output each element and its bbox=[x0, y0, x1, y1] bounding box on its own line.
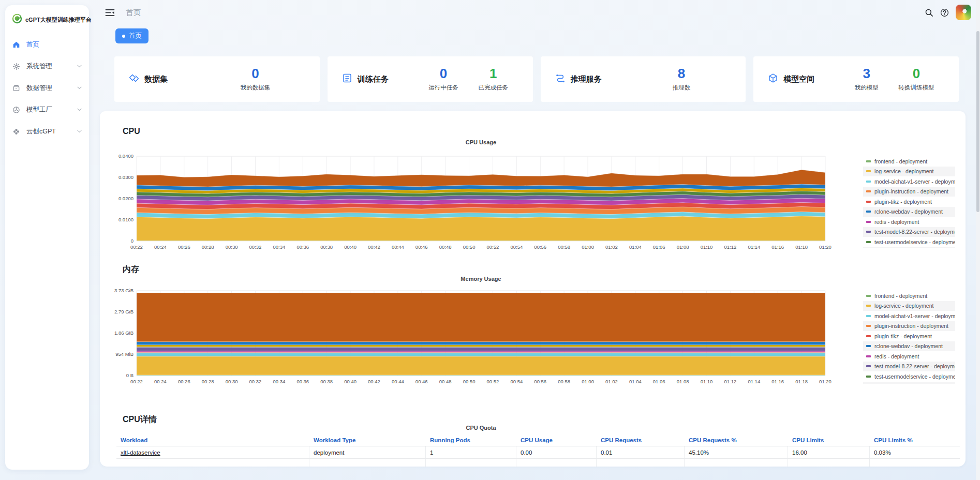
sidebar-item-4[interactable]: 云创cGPT bbox=[5, 121, 89, 142]
search-icon[interactable] bbox=[925, 8, 933, 17]
cpu-chart-legend: frontend - deploymentlog-service - deplo… bbox=[863, 156, 955, 248]
svg-text:00:46: 00:46 bbox=[415, 379, 428, 384]
legend-marker bbox=[866, 201, 871, 203]
stat-caption: 我的数据集 bbox=[241, 84, 271, 92]
stat-head: 模型空间 bbox=[768, 73, 844, 85]
legend-marker bbox=[866, 241, 871, 243]
stat-card-2[interactable]: 推理服务8推理数 bbox=[541, 56, 746, 102]
svg-text:00:58: 00:58 bbox=[558, 244, 570, 250]
memory-usage-chart[interactable]: 00:2200:2400:2600:2800:3000:3200:3400:36… bbox=[113, 288, 832, 389]
legend-marker bbox=[866, 170, 871, 172]
svg-text:01:16: 01:16 bbox=[771, 244, 784, 250]
svg-text:01:02: 01:02 bbox=[605, 379, 618, 384]
page-scrollbar-thumb[interactable] bbox=[976, 31, 979, 212]
svg-text:00:48: 00:48 bbox=[439, 244, 452, 250]
legend-item[interactable]: test-usermodelservice - deployment bbox=[863, 371, 955, 382]
column-header[interactable]: Workload bbox=[116, 434, 309, 446]
column-header[interactable]: Workload Type bbox=[309, 434, 426, 446]
legend-item[interactable]: plugin-instruction - deployment bbox=[863, 321, 955, 332]
sidebar-item-3[interactable]: 模型工厂 bbox=[5, 99, 89, 120]
svg-text:01:04: 01:04 bbox=[629, 244, 642, 250]
page-tab-home[interactable]: 首页 bbox=[115, 28, 149, 43]
stat-label: 训练任务 bbox=[358, 74, 389, 84]
stat-card-1[interactable]: 训练任务0运行中任务1已完成任务 bbox=[328, 56, 533, 102]
svg-text:00:42: 00:42 bbox=[368, 244, 380, 250]
user-avatar[interactable] bbox=[956, 5, 971, 20]
stat-metric: 0运行中任务 bbox=[428, 67, 458, 92]
svg-text:01:14: 01:14 bbox=[748, 379, 760, 384]
svg-text:3.73 GiB: 3.73 GiB bbox=[114, 288, 133, 293]
legend-item[interactable]: plugin-tikz - deployment bbox=[863, 331, 955, 341]
legend-item[interactable]: test-model-8.22-server - deployment bbox=[863, 227, 955, 237]
svg-text:00:22: 00:22 bbox=[130, 379, 143, 384]
help-icon[interactable] bbox=[940, 8, 949, 17]
svg-text:01:10: 01:10 bbox=[701, 244, 713, 250]
legend-marker bbox=[866, 335, 871, 337]
sidebar-item-1[interactable]: 系统管理 bbox=[5, 56, 89, 77]
column-header[interactable]: CPU Requests % bbox=[685, 434, 788, 446]
legend-item[interactable]: redis - deployment bbox=[863, 217, 955, 227]
sidebar-collapse-button[interactable] bbox=[105, 7, 115, 18]
table-row-partial bbox=[116, 459, 960, 467]
legend-label: test-model-8.22-server - deployment bbox=[874, 229, 955, 235]
legend-marker bbox=[866, 305, 871, 307]
legend-item[interactable]: test08-server - deployment bbox=[863, 382, 955, 384]
stat-caption: 推理数 bbox=[673, 84, 691, 92]
legend-item[interactable]: model-aichat-v1-server - deployment bbox=[863, 176, 955, 187]
cube-icon bbox=[12, 106, 20, 114]
stat-caption: 已完成任务 bbox=[479, 84, 509, 92]
legend-item[interactable]: log-service - deployment bbox=[863, 167, 955, 177]
chevron-down-icon bbox=[77, 130, 82, 133]
sidebar-item-0[interactable]: 首页 bbox=[5, 34, 89, 55]
legend-item[interactable]: model-aichat-v1-server - deployment bbox=[863, 311, 955, 321]
legend-item[interactable]: test08-server - deployment bbox=[863, 247, 955, 249]
svg-text:00:34: 00:34 bbox=[273, 244, 285, 250]
table-cell: 45.10% bbox=[685, 446, 788, 458]
legend-item[interactable]: rclone-webdav - deployment bbox=[863, 207, 955, 217]
column-header[interactable]: CPU Limits bbox=[788, 434, 870, 446]
column-header[interactable]: Running Pods bbox=[426, 434, 516, 446]
inference-icon bbox=[555, 73, 566, 85]
legend-item[interactable]: redis - deployment bbox=[863, 351, 955, 362]
legend-item[interactable]: rclone-webdav - deployment bbox=[863, 341, 955, 352]
svg-text:00:24: 00:24 bbox=[154, 379, 167, 384]
column-header[interactable]: CPU Requests bbox=[597, 434, 685, 446]
svg-text:00:44: 00:44 bbox=[392, 244, 404, 250]
legend-item[interactable]: plugin-tikz - deployment bbox=[863, 197, 955, 207]
legend-marker bbox=[866, 345, 871, 347]
legend-item[interactable]: frontend - deployment bbox=[863, 156, 955, 167]
legend-label: redis - deployment bbox=[874, 219, 919, 225]
legend-item[interactable]: log-service - deployment bbox=[863, 301, 955, 311]
breadcrumb[interactable]: 首页 bbox=[126, 8, 141, 18]
app-logo-icon bbox=[12, 13, 22, 26]
column-header[interactable]: CPU Usage bbox=[516, 434, 597, 446]
legend-label: test08-server - deployment bbox=[874, 383, 939, 384]
svg-text:00:32: 00:32 bbox=[249, 244, 262, 250]
dataset-icon bbox=[129, 73, 139, 85]
legend-marker bbox=[866, 355, 871, 357]
svg-text:01:06: 01:06 bbox=[653, 379, 665, 384]
table-cell bbox=[597, 459, 685, 467]
legend-marker bbox=[866, 315, 871, 317]
cpu-usage-chart[interactable]: 00:2200:2400:2600:2800:3000:3200:3400:36… bbox=[113, 154, 832, 255]
column-header[interactable]: CPU Limits % bbox=[870, 434, 960, 446]
stat-caption: 转换训练模型 bbox=[899, 84, 934, 92]
legend-marker bbox=[866, 231, 871, 233]
stat-metric: 0我的数据集 bbox=[241, 67, 271, 92]
svg-text:00:28: 00:28 bbox=[202, 379, 214, 384]
legend-label: rclone-webdav - deployment bbox=[874, 208, 943, 215]
sidebar: cGPT大模型训练推理平台 首页系统管理数据管理模型工厂云创cGPT bbox=[5, 5, 89, 470]
stat-caption: 我的模型 bbox=[855, 84, 879, 92]
sidebar-item-label: 云创cGPT bbox=[26, 127, 71, 136]
legend-item[interactable]: frontend - deployment bbox=[863, 291, 955, 301]
workload-link[interactable]: xltl-dataservice bbox=[121, 449, 160, 456]
tab-label: 首页 bbox=[129, 32, 142, 40]
legend-item[interactable]: test-usermodelservice - deployment bbox=[863, 237, 955, 247]
stat-card-0[interactable]: 数据集0我的数据集 bbox=[114, 56, 320, 102]
sidebar-item-2[interactable]: 数据管理 bbox=[5, 78, 89, 98]
stat-card-3[interactable]: 模型空间3我的模型0转换训练模型 bbox=[753, 56, 959, 102]
legend-item[interactable]: test-model-8.22-server - deployment bbox=[863, 362, 955, 372]
stat-head: 推理服务 bbox=[555, 73, 632, 85]
legend-item[interactable]: plugin-instruction - deployment bbox=[863, 187, 955, 197]
svg-text:00:30: 00:30 bbox=[226, 379, 238, 384]
